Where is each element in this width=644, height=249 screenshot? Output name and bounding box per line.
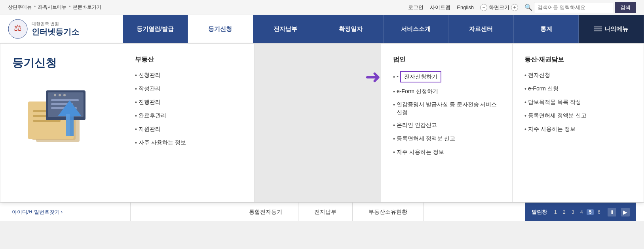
dropdown-left-section: 등기신청 (0, 44, 123, 202)
col-items-corporation: • 전자신청하기 e-Form 신청하기 인감증명서 발급사실 등 문자전송 서… (393, 71, 500, 157)
skip-link-1[interactable]: 상단주메뉴 (8, 4, 32, 11)
nav-item-0[interactable]: 등기열람/발급 (123, 15, 188, 43)
list-item[interactable]: 인감증명서 발급사실 등 문자전송 서비스 신청 (393, 101, 500, 116)
logo-top-text: 대한민국 법원 (32, 21, 79, 27)
dropdown-title: 등기신청 (12, 56, 57, 71)
list-item[interactable]: 지원관리 (135, 125, 242, 134)
list-item[interactable]: 완료후관리 (135, 111, 242, 120)
skip-link-2[interactable]: 좌측서브메뉴 (38, 4, 66, 11)
screen-size-label: 화면크기 (489, 4, 509, 11)
alarm-page-3[interactable]: 3 (569, 209, 576, 215)
bottom-bar-right: 알림창 1 2 3 4 5 6 ⏸ ▶ (525, 203, 636, 221)
list-item[interactable]: 작성관리 (135, 84, 242, 93)
logo-text: 대한민국 법원 인터넷등기소 (32, 21, 79, 37)
search-button[interactable]: 검색 (615, 2, 636, 13)
nav-label-0: 등기열람/발급 (137, 25, 174, 33)
nav-item-5[interactable]: 자료센터 (448, 15, 514, 43)
logo-area: ⚖ 대한민국 법원 인터넷등기소 (0, 15, 123, 43)
svg-point-12 (63, 94, 66, 96)
nav-label-7: 나의메뉴 (604, 25, 628, 33)
svg-marker-18 (66, 114, 70, 136)
list-item-highlighted[interactable]: • 전자신청하기 (393, 71, 500, 82)
top-bar: 상단주메뉴 • 좌측서브메뉴 • 본문바로가기 로그인 사이트맵 English… (0, 0, 644, 15)
alarm-page-4[interactable]: 4 (578, 209, 585, 215)
svg-point-10 (54, 94, 56, 96)
svg-point-11 (59, 94, 61, 96)
skip-link-3[interactable]: 본문바로가기 (73, 4, 101, 11)
col-title-corporation: 법인 (393, 56, 500, 64)
col-title-collateral: 동산·채권담보 (524, 56, 632, 64)
col-items-collateral: 전자신청 e-Form 신청 담보목적물 목록 작성 등록면허세 정액분 신고 … (524, 71, 632, 134)
logo-icon: ⚖ (8, 19, 28, 39)
alarm-page-1[interactable]: 1 (552, 209, 559, 215)
dropdown-col-corporation: 법인 • 전자신청하기 e-Form 신청하기 인감증명서 발급사실 등 문자전… (381, 44, 513, 202)
nav-item-1[interactable]: 등기신청 (188, 15, 253, 43)
bottom-bar-left: 아이디/비밀번호찾기 › (8, 203, 131, 221)
dropdown-panel: 등기신청 (0, 44, 644, 202)
nav-label-4: 서비스소개 (401, 25, 431, 33)
top-bar-right: 로그인 사이트맵 English － 화면크기 ＋ 🔍 검색 (408, 2, 636, 13)
list-item[interactable]: e-Form 신청 (524, 84, 632, 93)
list-item[interactable]: 등록면허세 정액분 신고 (393, 134, 500, 143)
alarm-page-6[interactable]: 6 (595, 209, 602, 215)
bottom-bar: 아이디/비밀번호찾기 › 통합전자등기 전자납부 부동산소유현황 알림창 1 2… (0, 202, 644, 221)
alarm-pause-button[interactable]: ⏸ (608, 208, 616, 216)
main-nav: 등기열람/발급 등기신청 전자납부 확정일자 서비스소개 자료센터 통계 나의메… (123, 15, 644, 43)
illustration (12, 79, 103, 146)
alarm-next-button[interactable]: ▶ (621, 208, 630, 216)
alarm-label: 알림창 (532, 209, 547, 216)
alarm-page-numbers: 1 2 3 4 5 6 (552, 209, 602, 215)
list-item[interactable]: 등록면허세 정액분 신고 (524, 111, 632, 120)
col-title-real-estate: 부동산 (135, 56, 242, 64)
svg-text:⚖: ⚖ (14, 23, 22, 33)
list-item[interactable]: 자주 사용하는 정보 (393, 148, 500, 157)
search-icon[interactable]: 🔍 (524, 4, 532, 11)
alarm-page-5[interactable]: 5 (587, 209, 594, 215)
svg-rect-13 (51, 99, 79, 101)
skip-links: 상단주메뉴 • 좌측서브메뉴 • 본문바로가기 (8, 4, 101, 11)
nav-item-3[interactable]: 확정일자 (318, 15, 384, 43)
list-item[interactable]: e-Form 신청하기 (393, 87, 500, 96)
purple-arrow-icon: ➜ (365, 67, 381, 86)
list-item[interactable]: 전자신청 (524, 71, 632, 80)
english-link[interactable]: English (457, 4, 474, 10)
col-items-real-estate: 신청관리 작성관리 진행관리 완료후관리 지원관리 자주 사용하는 정보 (135, 71, 242, 147)
alarm-page-2[interactable]: 2 (560, 209, 568, 215)
dropdown-middle-spacer: ➜ (255, 44, 381, 202)
nav-label-3: 확정일자 (339, 25, 363, 33)
list-item[interactable]: 온라인 인감신고 (393, 121, 500, 130)
dropdown-col-real-estate: 부동산 신청관리 작성관리 진행관리 완료후관리 지원관리 자주 사용하는 정보 (123, 44, 255, 202)
chevron-right-icon: › (61, 209, 63, 215)
bottom-tab-2[interactable]: 부동산소유현황 (353, 203, 424, 221)
id-recovery-link[interactable]: 아이디/비밀번호찾기 › (12, 209, 63, 216)
list-item[interactable]: 자주 사용하는 정보 (524, 125, 632, 134)
search-bar: 🔍 검색 (524, 2, 636, 13)
sitemap-link[interactable]: 사이트맵 (430, 4, 450, 11)
highlighted-label[interactable]: 전자신청하기 (400, 71, 441, 82)
nav-item-7[interactable]: 나의메뉴 (579, 15, 644, 43)
list-item[interactable]: 담보목적물 목록 작성 (524, 98, 632, 107)
nav-item-2[interactable]: 전자납부 (253, 15, 318, 43)
login-link[interactable]: 로그인 (408, 4, 424, 11)
dropdown-col-collateral: 동산·채권담보 전자신청 e-Form 신청 담보목적물 목록 작성 등록면허세… (513, 44, 644, 202)
search-input[interactable] (534, 2, 613, 13)
nav-item-6[interactable]: 통계 (514, 15, 579, 43)
nav-label-5: 자료센터 (469, 25, 493, 33)
list-item[interactable]: 자주 사용하는 정보 (135, 138, 242, 147)
nav-item-4[interactable]: 서비스소개 (384, 15, 449, 43)
list-item[interactable]: 신청관리 (135, 71, 242, 80)
bottom-tab-1[interactable]: 전자납부 (298, 203, 353, 221)
nav-label-2: 전자납부 (274, 25, 297, 33)
bottom-bar-center: 통합전자등기 전자납부 부동산소유현황 (131, 203, 525, 221)
nav-label-6: 통계 (540, 25, 552, 33)
screen-size-control: － 화면크기 ＋ (480, 4, 518, 11)
header: ⚖ 대한민국 법원 인터넷등기소 등기열람/발급 등기신청 전자납부 확정일자 … (0, 15, 644, 44)
bottom-tab-0[interactable]: 통합전자등기 (233, 203, 298, 221)
screen-decrease-btn[interactable]: － (480, 4, 487, 11)
hamburger-icon (594, 27, 602, 31)
logo-main-text: 인터넷등기소 (32, 27, 79, 37)
list-item[interactable]: 진행관리 (135, 98, 242, 107)
nav-label-1: 등기신청 (208, 25, 232, 33)
screen-increase-btn[interactable]: ＋ (511, 4, 518, 11)
